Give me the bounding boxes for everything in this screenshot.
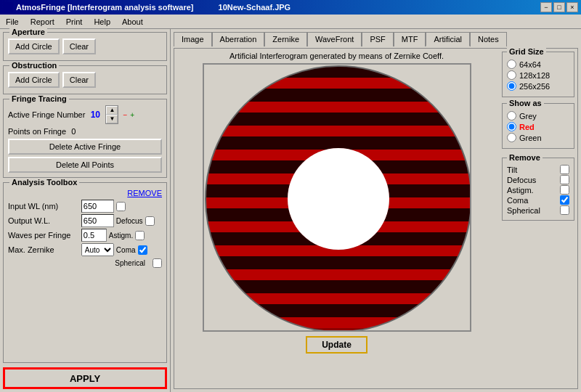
- max-zernike-label: Max. Zernike: [8, 245, 78, 254]
- grid-128-label: 128x128: [519, 71, 550, 80]
- remove-title: Remove: [507, 153, 543, 162]
- update-button[interactable]: Update: [306, 336, 367, 354]
- tab-mtf[interactable]: MTF: [394, 32, 426, 46]
- svg-rect-3: [206, 89, 471, 102]
- file-name: 10New-Schaaf.JPG: [219, 3, 291, 12]
- show-red-radio[interactable]: [507, 122, 516, 131]
- aperture-add-circle-button[interactable]: Add Circle: [8, 38, 60, 54]
- show-green-radio[interactable]: [507, 133, 516, 142]
- svg-rect-21: [206, 304, 471, 317]
- remove-coma-label: Coma: [507, 196, 528, 205]
- svg-rect-2: [206, 78, 471, 89]
- remove-defocus-label: Defocus: [507, 176, 536, 184]
- svg-rect-5: [206, 113, 471, 126]
- delete-all-points-button[interactable]: Delete All Points: [8, 157, 162, 173]
- obstruction-title: Obstruction: [9, 61, 59, 70]
- grid-64-label: 64x64: [519, 60, 541, 69]
- analysis-toolbox-title: Analysis Toolbox: [9, 178, 79, 187]
- fringe-spin-up[interactable]: ▲: [106, 106, 118, 115]
- fringe-tracing-group: Fringe Tracing Active Fringe Number 10 ▲…: [3, 99, 167, 178]
- remove-astigm-checkbox[interactable]: [560, 185, 569, 195]
- remove-tilt-label: Tilt: [507, 166, 517, 174]
- tab-zernike[interactable]: Zernike: [264, 32, 307, 46]
- obstruction-clear-button[interactable]: Clear: [62, 72, 96, 88]
- update-btn-row: Update: [306, 336, 367, 354]
- remove-link[interactable]: REMOVE: [127, 189, 162, 197]
- title-bar: AtmosFringe [Interferogram analysis soft…: [0, 0, 581, 15]
- defocus-label-left: Defocus: [116, 217, 143, 225]
- tab-aberration[interactable]: Aberration: [212, 32, 265, 46]
- output-wl-field[interactable]: [81, 214, 114, 227]
- fringe-spin-down[interactable]: ▼: [106, 115, 118, 123]
- svg-rect-6: [206, 126, 471, 136]
- tab-wavefront[interactable]: WaveFront: [307, 32, 362, 46]
- points-row: Points on Fringe 0: [8, 127, 162, 136]
- spherical-label-left: Spherical: [115, 259, 145, 267]
- app-icon: [3, 2, 13, 12]
- menu-report[interactable]: Report: [28, 17, 57, 26]
- remove-defocus-checkbox[interactable]: [560, 175, 569, 184]
- obstruction-add-circle-button[interactable]: Add Circle: [8, 72, 60, 88]
- remove-spherical-label: Spherical: [507, 206, 540, 215]
- remove-coma-checkbox[interactable]: [560, 195, 569, 205]
- svg-rect-18: [206, 269, 471, 280]
- defocus-checkbox-left[interactable]: [145, 216, 155, 226]
- grid-64-radio[interactable]: [507, 60, 516, 69]
- show-red-label: Red: [519, 123, 535, 131]
- input-wl-field[interactable]: [81, 200, 114, 213]
- tilt-checkbox-left[interactable]: [116, 202, 126, 211]
- app-title: AtmosFringe [Interferogram analysis soft…: [16, 3, 194, 12]
- max-zernike-select[interactable]: Auto 4 9: [81, 243, 114, 256]
- main-content: Aperture Add Circle Clear Obstruction Ad…: [0, 29, 581, 392]
- obstruction-group: Obstruction Add Circle Clear: [3, 65, 167, 94]
- interferogram-title: Artificial Interferogram generated by me…: [229, 52, 444, 60]
- svg-rect-19: [206, 280, 471, 293]
- waves-per-fringe-field[interactable]: [81, 229, 107, 242]
- minimize-button[interactable]: −: [540, 2, 552, 12]
- grid-size-group: Grid Size 64x64 128x128 256x256: [502, 52, 574, 97]
- astigm-checkbox-left[interactable]: [135, 231, 145, 240]
- tab-image[interactable]: Image: [174, 32, 212, 46]
- remove-spherical-checkbox[interactable]: [560, 205, 569, 215]
- tab-psf[interactable]: PSF: [362, 32, 393, 46]
- interferogram-svg: [204, 65, 471, 332]
- interferogram-area: Artificial Interferogram generated by me…: [177, 52, 496, 385]
- remove-group: Remove Tilt Defocus Astigm. Coma: [502, 158, 574, 221]
- menu-file[interactable]: File: [3, 17, 22, 26]
- grid-256-radio[interactable]: [507, 81, 516, 91]
- show-as-group: Show as Grey Red Green: [502, 103, 574, 149]
- aperture-clear-button[interactable]: Clear: [62, 38, 96, 54]
- delete-active-fringe-button[interactable]: Delete Active Fringe: [8, 139, 162, 155]
- active-fringe-label: Active Fringe Number: [8, 110, 85, 119]
- maximize-button[interactable]: □: [553, 2, 565, 12]
- interferogram-image: [203, 63, 471, 332]
- menu-help[interactable]: Help: [91, 17, 113, 26]
- show-grey-radio[interactable]: [507, 111, 516, 121]
- svg-rect-7: [206, 136, 471, 150]
- astigm-label-left: Astigm.: [109, 232, 133, 240]
- apply-button[interactable]: APPLY: [3, 367, 167, 389]
- grid-256-label: 256x256: [519, 82, 550, 91]
- remove-tilt-checkbox[interactable]: [560, 165, 569, 174]
- coma-label-left: Coma: [116, 246, 136, 254]
- aperture-title: Aperture: [9, 28, 47, 36]
- tab-artificial[interactable]: Artificial: [426, 32, 470, 46]
- svg-rect-22: [206, 317, 471, 328]
- points-label: Points on Fringe: [8, 127, 66, 136]
- show-green-label: Green: [519, 134, 542, 142]
- input-wl-label: Input WL (nm): [8, 202, 78, 211]
- coma-checkbox-left[interactable]: [138, 245, 147, 255]
- show-grey-label: Grey: [519, 112, 537, 121]
- grid-size-title: Grid Size: [507, 47, 546, 56]
- left-panel: Aperture Add Circle Clear Obstruction Ad…: [0, 29, 171, 392]
- tab-notes[interactable]: Notes: [470, 32, 507, 46]
- close-button[interactable]: ×: [566, 2, 578, 12]
- grid-128-radio[interactable]: [507, 70, 516, 80]
- menu-print[interactable]: Print: [63, 17, 86, 26]
- right-panel: Image Aberration Zernike WaveFront PSF M…: [171, 29, 581, 392]
- menu-about[interactable]: About: [119, 17, 146, 26]
- tabs-bar: Image Aberration Zernike WaveFront PSF M…: [174, 32, 578, 46]
- remove-astigm-label: Astigm.: [507, 186, 534, 195]
- spherical-checkbox-left[interactable]: [153, 258, 162, 268]
- waves-per-fringe-label: Waves per Fringe: [8, 231, 78, 240]
